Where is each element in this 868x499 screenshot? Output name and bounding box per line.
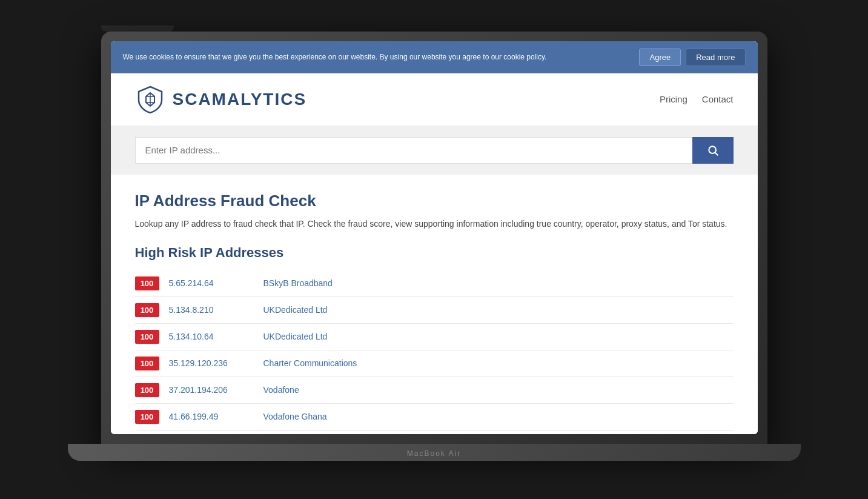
ip-operator[interactable]: Vodafone Ghana: [263, 412, 327, 421]
list-item: 1005.65.214.64BSkyB Broadband: [135, 270, 734, 297]
main-content: IP Address Fraud Check Lookup any IP add…: [111, 175, 758, 434]
score-badge: 100: [135, 357, 159, 370]
search-section: [111, 126, 758, 175]
list-item: 10041.66.199.49Vodafone Ghana: [135, 404, 734, 430]
ip-address[interactable]: 5.134.8.210: [169, 305, 254, 315]
ip-address[interactable]: 37.201.194.206: [169, 385, 254, 395]
ip-address[interactable]: 5.134.10.64: [169, 332, 254, 341]
ip-address[interactable]: 35.129.120.236: [169, 358, 254, 368]
page-description: Lookup any IP address to fraud check tha…: [135, 218, 734, 230]
cookie-text: We use cookies to ensure that we give yo…: [123, 53, 547, 61]
cookie-banner: We use cookies to ensure that we give yo…: [111, 41, 758, 73]
search-bar: [135, 137, 734, 164]
score-badge: 100: [135, 410, 159, 424]
read-more-button[interactable]: Read more: [686, 49, 745, 66]
list-item: 1005.134.8.210UKDedicated Ltd: [135, 297, 734, 324]
ip-list: 1005.65.214.64BSkyB Broadband1005.134.8.…: [135, 270, 734, 434]
score-badge: 100: [135, 303, 159, 317]
pricing-link[interactable]: Pricing: [660, 94, 687, 104]
search-button[interactable]: [692, 137, 734, 164]
logo-text: SCAMALYTICS: [173, 90, 307, 109]
laptop-screen: We use cookies to ensure that we give yo…: [111, 41, 758, 434]
laptop-body: We use cookies to ensure that we give yo…: [101, 32, 767, 444]
list-item: 10046.149.240.210Vaioni Group Ltd: [135, 430, 734, 434]
agree-button[interactable]: Agree: [639, 49, 681, 66]
cookie-buttons: Agree Read more: [639, 49, 745, 66]
laptop-wrapper: We use cookies to ensure that we give yo…: [101, 32, 767, 468]
search-icon: [707, 144, 719, 156]
contact-link[interactable]: Contact: [702, 94, 734, 104]
page-title: IP Address Fraud Check: [135, 192, 734, 210]
logo-area: SCAMALYTICS: [135, 84, 307, 115]
logo-icon: [135, 84, 165, 115]
ip-operator[interactable]: UKDedicated Ltd: [263, 332, 328, 341]
laptop-brand-label: MacBook Air: [407, 449, 461, 458]
nav-links: Pricing Contact: [660, 94, 734, 104]
section-title: High Risk IP Addresses: [135, 245, 734, 261]
laptop-base: MacBook Air: [68, 444, 801, 461]
ip-address[interactable]: 5.65.214.64: [169, 278, 254, 288]
list-item: 10037.201.194.206Vodafone: [135, 377, 734, 404]
ip-operator[interactable]: BSkyB Broadband: [263, 278, 333, 288]
score-badge: 100: [135, 330, 159, 344]
svg-line-1: [715, 152, 718, 155]
search-input[interactable]: [135, 137, 692, 164]
ip-operator[interactable]: Vodafone: [263, 385, 299, 395]
score-badge: 100: [135, 383, 159, 397]
ip-operator[interactable]: UKDedicated Ltd: [263, 305, 328, 315]
svg-point-0: [709, 146, 716, 153]
list-item: 1005.134.10.64UKDedicated Ltd: [135, 324, 734, 350]
score-badge: 100: [135, 276, 159, 290]
ip-address[interactable]: 41.66.199.49: [169, 412, 254, 421]
laptop-notch: [101, 25, 174, 32]
ip-operator[interactable]: Charter Communications: [263, 358, 357, 368]
site-header: SCAMALYTICS Pricing Contact: [111, 73, 758, 126]
list-item: 10035.129.120.236Charter Communications: [135, 350, 734, 377]
